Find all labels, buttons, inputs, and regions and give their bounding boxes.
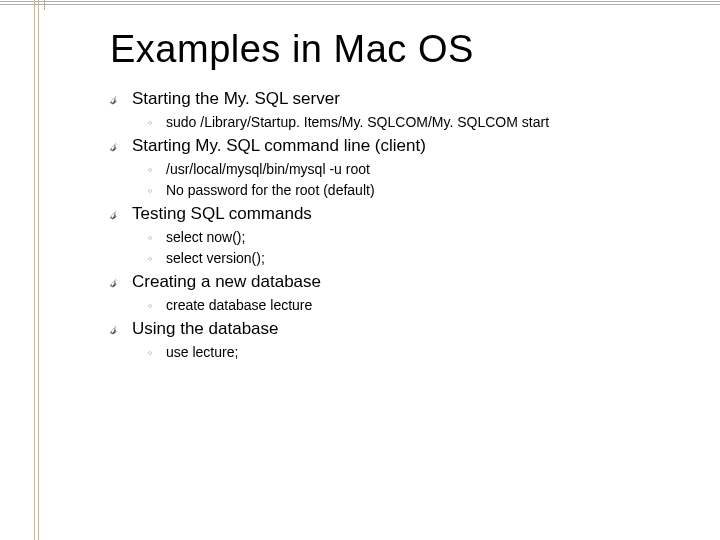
list-subitem-label: No password for the root (default) xyxy=(166,182,375,198)
list-item-label: Testing SQL commands xyxy=(132,204,312,224)
list-subitem: ◦ create database lecture xyxy=(148,297,670,313)
list-subitem-label: /usr/local/mysql/bin/mysql -u root xyxy=(166,161,370,177)
ring-bullet-icon: ◦ xyxy=(148,345,166,360)
ring-bullet-icon: ◦ xyxy=(148,183,166,198)
ring-bullet-icon: ◦ xyxy=(148,298,166,313)
list-item-label: Starting My. SQL command line (client) xyxy=(132,136,426,156)
list-subitem: ◦ select version(); xyxy=(148,250,670,266)
list-item: 𝓈 Testing SQL commands xyxy=(110,204,670,224)
list-subitem-label: create database lecture xyxy=(166,297,312,313)
swirl-bullet-icon: 𝓈 xyxy=(110,89,132,107)
list-subitem-label: use lecture; xyxy=(166,344,238,360)
slide-title: Examples in Mac OS xyxy=(110,28,670,71)
list-item-label: Starting the My. SQL server xyxy=(132,89,340,109)
list-subitem: ◦ select now(); xyxy=(148,229,670,245)
list-subitem-label: select now(); xyxy=(166,229,245,245)
swirl-bullet-icon: 𝓈 xyxy=(110,319,132,337)
ring-bullet-icon: ◦ xyxy=(148,251,166,266)
decor-top-tick xyxy=(44,0,45,10)
list-item-label: Using the database xyxy=(132,319,279,339)
ring-bullet-icon: ◦ xyxy=(148,115,166,130)
decor-side-lines xyxy=(30,0,44,540)
slide: Examples in Mac OS 𝓈 Starting the My. SQ… xyxy=(0,0,720,540)
list-subitem: ◦ No password for the root (default) xyxy=(148,182,670,198)
decor-top-lines xyxy=(0,0,720,8)
list-subitem: ◦ /usr/local/mysql/bin/mysql -u root xyxy=(148,161,670,177)
swirl-bullet-icon: 𝓈 xyxy=(110,136,132,154)
ring-bullet-icon: ◦ xyxy=(148,162,166,177)
list-item: 𝓈 Using the database xyxy=(110,319,670,339)
list-subitem: ◦ use lecture; xyxy=(148,344,670,360)
ring-bullet-icon: ◦ xyxy=(148,230,166,245)
list-subitem-label: select version(); xyxy=(166,250,265,266)
list-item-label: Creating a new database xyxy=(132,272,321,292)
list-item: 𝓈 Starting My. SQL command line (client) xyxy=(110,136,670,156)
list-item: 𝓈 Starting the My. SQL server xyxy=(110,89,670,109)
swirl-bullet-icon: 𝓈 xyxy=(110,272,132,290)
list-subitem: ◦ sudo /Library/Startup. Items/My. SQLCO… xyxy=(148,114,670,130)
list-item: 𝓈 Creating a new database xyxy=(110,272,670,292)
list-subitem-label: sudo /Library/Startup. Items/My. SQLCOM/… xyxy=(166,114,549,130)
slide-content: 𝓈 Starting the My. SQL server ◦ sudo /Li… xyxy=(110,89,670,360)
swirl-bullet-icon: 𝓈 xyxy=(110,204,132,222)
